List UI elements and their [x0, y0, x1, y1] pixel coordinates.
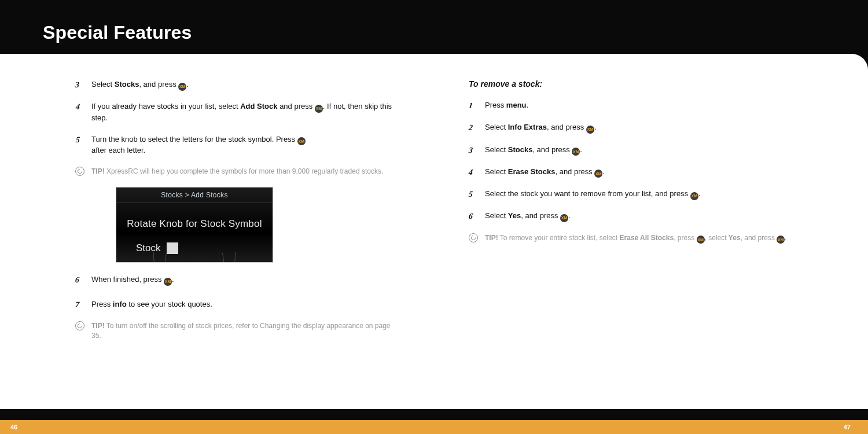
step-number: 5 [74, 134, 84, 156]
step-text: Select the stock you want to remove from… [485, 189, 793, 200]
step-text: Turn the knob to select the letters for … [91, 134, 399, 156]
step-text: Select Erase Stocks, and press XM. [485, 167, 793, 178]
xm-button-icon: XM [572, 148, 580, 156]
screenshot-breadcrumb: Stocks > Add Stocks [116, 187, 273, 203]
xm-button-icon: XM [777, 236, 785, 244]
bold-text: Erase All Stocks [620, 234, 674, 242]
text: Select the stock you want to remove from… [485, 189, 690, 198]
r-step-2: 2 Select Info Extras, and press XM. [469, 122, 793, 134]
text: When finished, press [91, 275, 164, 284]
text: , and press [521, 211, 560, 220]
r-step-6: 6 Select Yes, and press XM. [469, 211, 793, 222]
text: , and press [547, 123, 586, 131]
text: To turn on/off the scrolling of stock pr… [91, 322, 391, 340]
tip-label: TIP! [91, 167, 105, 175]
xm-button-icon: XM [315, 105, 323, 113]
text: If you already have stocks in your list,… [91, 102, 240, 111]
step-text: Select Stocks, and press XM. [485, 145, 793, 156]
step-6: 6 When finished, press XM. [75, 274, 399, 286]
bold-text: Yes [729, 234, 741, 242]
bold-text: Info Extras [508, 123, 547, 131]
xm-button-icon: XM [560, 214, 568, 222]
tip-text: TIP! To turn on/off the scrolling of sto… [91, 321, 399, 341]
text: Select [91, 80, 115, 89]
step-number: 6 [468, 211, 477, 222]
r-step-3: 3 Select Stocks, and press XM. [469, 145, 793, 156]
xm-button-icon: XM [697, 236, 705, 244]
page-number-left: 46 [10, 424, 17, 431]
step-5: 5 Turn the knob to select the letters fo… [75, 134, 399, 156]
step-number: 6 [75, 274, 84, 286]
right-column: To remove a stock: 1 Press menu. 2 Selec… [469, 79, 793, 409]
text: To remove your entire stock list, select [498, 234, 620, 242]
bold-text: Stocks [508, 145, 533, 154]
tip-text: TIP! XpressRC will help you complete the… [91, 167, 383, 176]
bold-text: Erase Stocks [508, 167, 556, 176]
xm-button-icon: XM [164, 278, 172, 286]
page-title: Special Features [43, 22, 868, 43]
bold-text: info [113, 300, 127, 308]
text: Select [485, 211, 508, 220]
step-number: 1 [468, 100, 477, 112]
knob-arcs-icon [148, 252, 241, 262]
content-area: 3 Select Stocks, and press XM. 4 If you … [0, 54, 868, 409]
device-screenshot: Stocks > Add Stocks Rotate Knob for Stoc… [116, 187, 273, 263]
bold-text: Add Stock [240, 102, 277, 111]
screenshot-instruction: Rotate Knob for Stock Symbol [116, 203, 273, 242]
step-text: Select Yes, and press XM. [485, 211, 793, 222]
step-number: 4 [468, 167, 477, 178]
xm-button-icon: XM [178, 83, 186, 91]
step-number: 2 [468, 122, 477, 134]
xm-button-icon: XM [297, 137, 306, 145]
step-text: Press info to see your stock quotes. [91, 299, 399, 311]
page-header: Special Features [0, 0, 868, 54]
text: and press [278, 102, 315, 111]
step-text: Press menu. [485, 100, 793, 112]
tip-icon [75, 321, 84, 330]
text: , and press [139, 80, 178, 89]
text: Select [485, 145, 508, 154]
step-text: When finished, press XM. [91, 274, 399, 286]
step-number: 5 [468, 189, 477, 200]
text: , press [674, 234, 696, 242]
step-number: 3 [468, 145, 477, 156]
step-number: 7 [75, 299, 84, 311]
text: , and press [741, 234, 777, 242]
tip-1: TIP! XpressRC will help you complete the… [75, 167, 399, 176]
xm-button-icon: XM [586, 126, 594, 134]
text: . [527, 101, 529, 109]
page-footer: 46 47 [0, 420, 868, 434]
text: Turn the knob to select the letters for … [91, 135, 297, 144]
bold-text: Yes [508, 211, 521, 220]
bold-text: menu [506, 101, 527, 109]
step-text: If you already have stocks in your list,… [91, 101, 399, 123]
tip-label: TIP! [91, 322, 105, 330]
text: to see your stock quotes. [127, 300, 212, 308]
tip-icon [469, 233, 478, 242]
step-7: 7 Press info to see your stock quotes. [75, 299, 399, 311]
step-text: Select Info Extras, and press XM. [485, 122, 793, 134]
text: after each letter. [91, 146, 145, 155]
tip-2: TIP! To turn on/off the scrolling of sto… [75, 321, 399, 341]
tip-text: TIP! To remove your entire stock list, s… [485, 233, 787, 244]
subheading: To remove a stock: [469, 79, 793, 89]
text: , select [705, 234, 729, 242]
r-step-4: 4 Select Erase Stocks, and press XM. [469, 167, 793, 178]
text: Select [485, 167, 508, 176]
r-step-5: 5 Select the stock you want to remove fr… [469, 189, 793, 200]
text: Press [91, 300, 113, 308]
step-text: Select Stocks, and press XM. [91, 79, 399, 91]
step-4: 4 If you already have stocks in your lis… [75, 101, 399, 123]
left-column: 3 Select Stocks, and press XM. 4 If you … [75, 79, 399, 409]
bold-text: Stocks [115, 80, 139, 89]
text: , and press [555, 167, 594, 176]
step-3: 3 Select Stocks, and press XM. [75, 79, 399, 91]
text: Press [485, 101, 506, 109]
page-number-right: 47 [844, 424, 851, 431]
tip-icon [75, 167, 84, 176]
r-tip: TIP! To remove your entire stock list, s… [469, 233, 793, 244]
text: Select [485, 123, 508, 131]
text: XpressRC will help you complete the symb… [105, 167, 384, 175]
text: , and press [532, 145, 572, 154]
tip-label: TIP! [485, 234, 498, 242]
